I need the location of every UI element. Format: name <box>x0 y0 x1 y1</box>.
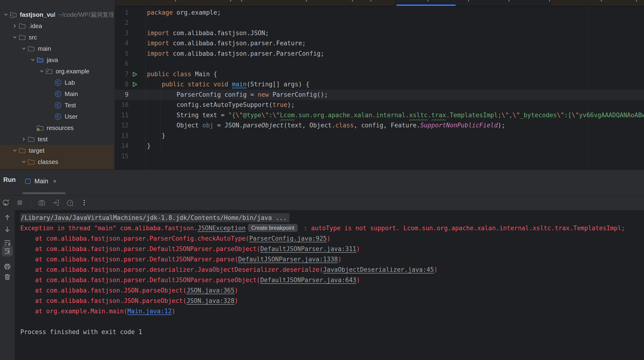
tree-row-target[interactable]: target <box>0 145 114 156</box>
tree-row-org.example[interactable]: org.example <box>0 66 114 77</box>
run-config-icon <box>24 178 31 184</box>
rerun-icon[interactable] <box>2 199 10 206</box>
class-icon: C <box>54 102 62 109</box>
tree-row-.idea[interactable]: .idea <box>0 20 114 32</box>
chevron-down-icon[interactable] <box>38 68 45 75</box>
console-text: ) <box>338 256 342 263</box>
stop-icon[interactable] <box>16 199 24 206</box>
svg-text:C: C <box>56 92 60 96</box>
line-number: 10 <box>115 100 128 110</box>
code-line-5: import com.alibaba.fastjson.parser.Parse… <box>147 48 644 59</box>
tree-row-fastjson_vul[interactable]: fastjson_vul~/code/WP/漏洞复现 <box>0 9 114 20</box>
code-line-13: } <box>147 131 644 141</box>
chevron-down-icon[interactable] <box>11 34 18 41</box>
chevron-right-icon[interactable] <box>20 136 27 143</box>
console-left-rail[interactable] <box>0 210 15 360</box>
stack-trace-link[interactable]: JSON.java:328 <box>186 297 234 304</box>
tree-row-java[interactable]: java <box>0 54 114 66</box>
thread-dump-icon[interactable] <box>38 199 46 206</box>
chevron-down-icon[interactable] <box>29 56 36 64</box>
stack-trace-link[interactable]: JavaObjectDeserializer.java:45 <box>323 266 434 273</box>
tree-row-Lab[interactable]: CLab <box>0 77 114 88</box>
clear-icon[interactable] <box>2 272 13 282</box>
run-gutter-icon[interactable] <box>132 81 138 88</box>
class-icon: C <box>54 79 62 86</box>
console-line <box>20 316 644 327</box>
console-line: Exception in thread "main" com.alibaba.f… <box>20 223 644 233</box>
console-text: ) <box>356 276 360 284</box>
profiler-icon[interactable] <box>66 199 74 206</box>
close-icon[interactable]: × <box>53 178 56 185</box>
chevron-down-icon[interactable] <box>20 45 27 52</box>
tree-item-label: Main <box>65 90 78 98</box>
excluded-folder-icon <box>27 158 35 166</box>
editor-tab-strip[interactable] <box>115 0 644 6</box>
create-breakpoint-chip[interactable]: Create breakpoint <box>248 224 298 232</box>
arrow-down-icon[interactable] <box>2 224 13 235</box>
tree-item-label: .idea <box>29 22 42 30</box>
run-toolbar[interactable] <box>0 195 644 210</box>
code-line-14: } <box>147 141 644 151</box>
scroll-to-end-icon[interactable] <box>2 246 13 256</box>
tree-row-resources[interactable]: resources <box>0 122 114 134</box>
console-text: at com.alibaba.fastjson.JSON.parseObject… <box>20 287 186 294</box>
console-text: ) <box>356 245 360 252</box>
code-area[interactable]: package org.example; import com.alibaba.… <box>147 8 644 162</box>
chevron-right-icon[interactable] <box>11 22 18 30</box>
stack-trace-link[interactable]: DefaultJSONParser.java:311 <box>260 245 356 252</box>
project-tool-window[interactable]: fastjson_vul~/code/WP/漏洞复现.ideasrcmainja… <box>0 0 115 170</box>
chevron-down-icon[interactable] <box>20 158 27 165</box>
tree-row-clipped[interactable] <box>0 168 114 170</box>
arrow-up-icon[interactable] <box>2 212 13 223</box>
console-text: Process finished with exit code 1 <box>20 328 142 336</box>
tree-row-Main[interactable]: CMain <box>0 88 114 100</box>
stack-trace-link[interactable]: ParserConfig.java:925 <box>249 235 327 242</box>
stack-trace-link[interactable]: DefaultJSONParser.java:643 <box>260 276 356 284</box>
project-folder-icon <box>10 11 17 18</box>
line-number: 3 <box>115 28 128 38</box>
tree-item-label: resources <box>47 124 74 132</box>
run-tool-window: Run Main × /Library/Java/JavaVirtualMach… <box>0 170 644 360</box>
clipped-tab-text <box>352 0 353 2</box>
run-tab-indicator <box>22 192 66 194</box>
run-tab-label: Main <box>34 178 48 185</box>
tree-row-src[interactable]: src <box>0 32 114 43</box>
tab-separator <box>394 0 395 6</box>
run-tab-main[interactable]: Main × <box>24 174 56 188</box>
tree-row-main[interactable]: main <box>0 43 114 54</box>
tree-item-label: Test <box>65 102 76 109</box>
code-line-7: public class Main { <box>147 69 644 80</box>
stack-trace-link[interactable]: JSONException <box>198 224 246 232</box>
line-number: 5 <box>115 48 128 59</box>
console-line: at com.alibaba.fastjson.JSON.parseObject… <box>20 296 644 306</box>
chevron-down-icon[interactable] <box>2 11 10 18</box>
stack-trace-link[interactable]: DefaultJSONParser.java:1338 <box>238 256 338 263</box>
svg-text:C: C <box>56 114 60 119</box>
chevron-down-icon[interactable] <box>11 147 18 154</box>
tree-row-User[interactable]: CUser <box>0 111 114 122</box>
tree-row-classes[interactable]: classes <box>0 156 114 168</box>
stack-trace-link[interactable]: JSON.java:365 <box>186 287 234 294</box>
resources-folder-icon <box>36 124 44 132</box>
svg-text:C: C <box>56 103 60 108</box>
open-in-editor-icon[interactable] <box>52 199 60 206</box>
excluded-folder-icon <box>18 147 26 154</box>
editor[interactable]: 123456789101112131415 package org.exampl… <box>115 6 644 170</box>
console-output[interactable]: /Library/Java/JavaVirtualMachines/jdk-1.… <box>15 210 644 360</box>
more-icon[interactable] <box>80 199 88 206</box>
run-gutter-icon[interactable] <box>132 71 138 78</box>
console-line: at com.alibaba.fastjson.parser.ParserCon… <box>20 233 644 244</box>
console-text: at com.alibaba.fastjson.parser.ParserCon… <box>20 235 249 242</box>
folder-icon <box>27 136 35 143</box>
clipped-tab-text <box>241 0 242 2</box>
stack-trace-link[interactable]: Main.java:12 <box>128 308 172 315</box>
tree-row-test[interactable]: test <box>0 134 114 145</box>
line-number: 8 <box>115 79 128 90</box>
folder-icon <box>18 22 26 30</box>
print-icon[interactable] <box>2 261 13 272</box>
editor-gutter[interactable]: 123456789101112131415 <box>115 6 146 170</box>
console-line: at com.alibaba.fastjson.parser.DefaultJS… <box>20 275 644 285</box>
code-line-4: import com.alibaba.fastjson.parser.Featu… <box>147 38 644 48</box>
project-path: ~/code/WP/漏洞复现 <box>58 10 114 19</box>
tree-row-Test[interactable]: CTest <box>0 100 114 111</box>
